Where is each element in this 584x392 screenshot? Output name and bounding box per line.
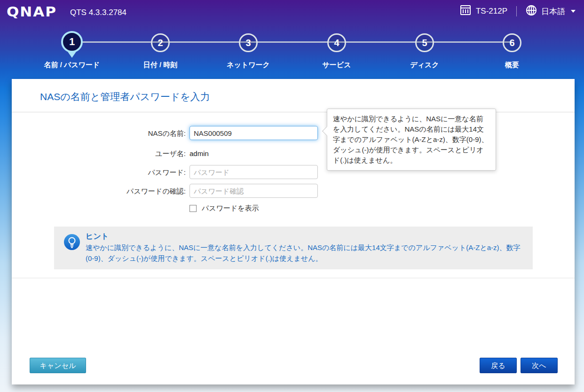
wizard-step-indicator: 1 名前 / パスワード 2 日付 / 時刻 3 ネットワーク 4 サービス <box>0 0 584 75</box>
step-number: 6 <box>509 38 514 48</box>
step-number: 5 <box>422 38 427 48</box>
step-label: ネットワーク <box>201 61 295 70</box>
hint-text: 速やかに識別できるように、NASに一意な名前を入力してください。NASの名前には… <box>86 242 523 264</box>
step-circle: 2 <box>151 33 170 52</box>
lightbulb-icon <box>63 234 80 251</box>
back-button[interactable]: 戻る <box>480 358 517 373</box>
hint-body: ヒント 速やかに識別できるように、NASに一意な名前を入力してください。NASの… <box>86 231 523 264</box>
step-circle: 4 <box>327 33 346 52</box>
password-label: パスワード: <box>12 168 186 177</box>
confirm-password-label: パスワードの確認: <box>12 187 186 196</box>
step-label: ディスク <box>378 61 472 70</box>
tooltip-arrow <box>322 126 331 136</box>
step-label: サービス <box>290 61 384 70</box>
nas-name-input[interactable] <box>189 126 318 140</box>
username-label: ユーザ名: <box>12 149 186 158</box>
hint-box: ヒント 速やかに識別できるように、NASに一意な名前を入力してください。NASの… <box>54 227 533 269</box>
step-label: 日付 / 時刻 <box>113 61 207 70</box>
step-circle: 5 <box>415 33 434 52</box>
step-circle: 3 <box>239 33 258 52</box>
tooltip-text: 速やかに識別できるように、NASに一意な名前を入力してください。NASの名前には… <box>333 115 489 164</box>
nas-name-label: NASの名前: <box>12 129 186 138</box>
cancel-button[interactable]: キャンセル <box>30 358 86 373</box>
step-label: 名前 / パスワード <box>25 61 119 70</box>
step-number: 2 <box>158 38 163 48</box>
step-circle: 6 <box>503 33 521 52</box>
step-number: 4 <box>334 38 339 48</box>
step-number: 3 <box>245 38 251 48</box>
qts-setup-wizard-screen: QNAP QTS 4.3.3.2784 TS-212P <box>0 0 584 392</box>
page-title: NASの名前と管理者パスワードを入力 <box>40 90 210 103</box>
hint-title: ヒント <box>86 231 523 242</box>
content-panel: NASの名前と管理者パスワードを入力 NASの名前: ユーザ名: admin パ… <box>12 79 575 384</box>
step-circle-active: 1 <box>61 31 83 53</box>
step-number: 1 <box>69 36 75 48</box>
step-connector-line <box>72 41 512 43</box>
next-button[interactable]: 次へ <box>521 358 558 373</box>
step-label: 概要 <box>465 61 559 70</box>
username-value: admin <box>189 149 209 157</box>
confirm-password-input[interactable] <box>189 184 318 198</box>
section-divider <box>12 278 575 278</box>
show-password-label[interactable]: パスワードを表示 <box>202 204 259 213</box>
password-input[interactable] <box>189 165 318 179</box>
nas-name-tooltip: 速やかに識別できるように、NASに一意な名前を入力してください。NASの名前には… <box>327 109 496 171</box>
show-password-checkbox[interactable] <box>189 205 197 212</box>
